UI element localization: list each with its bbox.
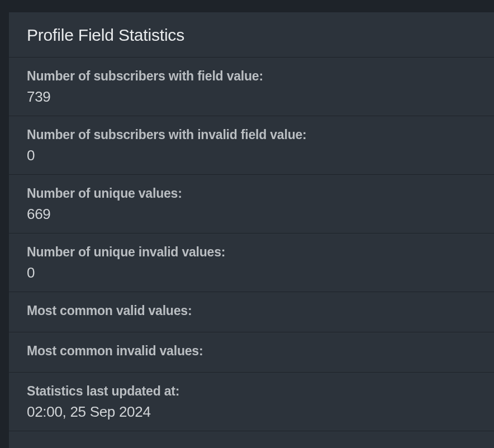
- stat-row-subscribers-invalid: Number of subscribers with invalid field…: [9, 116, 494, 175]
- stat-value: 0: [27, 264, 476, 282]
- stat-label: Number of subscribers with field value:: [27, 68, 476, 85]
- stat-row-common-valid: Most common valid values:: [9, 292, 494, 332]
- stat-row-unique-invalid: Number of unique invalid values: 0: [9, 233, 494, 292]
- panel-header: Profile Field Statistics: [9, 12, 494, 58]
- stat-row-last-updated: Statistics last updated at: 02:00, 25 Se…: [9, 373, 494, 431]
- stat-label: Most common invalid values:: [27, 342, 476, 360]
- stat-value: 02:00, 25 Sep 2024: [27, 403, 476, 421]
- panel-title: Profile Field Statistics: [27, 26, 476, 45]
- stat-row-subscribers-with-value: Number of subscribers with field value: …: [9, 58, 494, 116]
- stat-label: Most common valid values:: [27, 302, 476, 320]
- statistics-panel: Profile Field Statistics Number of subsc…: [9, 12, 494, 431]
- stat-label: Number of subscribers with invalid field…: [27, 126, 476, 144]
- stat-value: 669: [27, 206, 476, 223]
- stat-value: 739: [27, 88, 476, 106]
- stat-value: 0: [27, 147, 476, 164]
- top-bar: [0, 0, 494, 12]
- stat-row-unique-values: Number of unique values: 669: [9, 175, 494, 233]
- stat-row-common-invalid: Most common invalid values:: [9, 332, 494, 373]
- stat-label: Number of unique invalid values:: [27, 244, 476, 261]
- bottom-space: [9, 431, 494, 448]
- stat-label: Number of unique values:: [27, 185, 476, 202]
- stat-label: Statistics last updated at:: [27, 383, 476, 400]
